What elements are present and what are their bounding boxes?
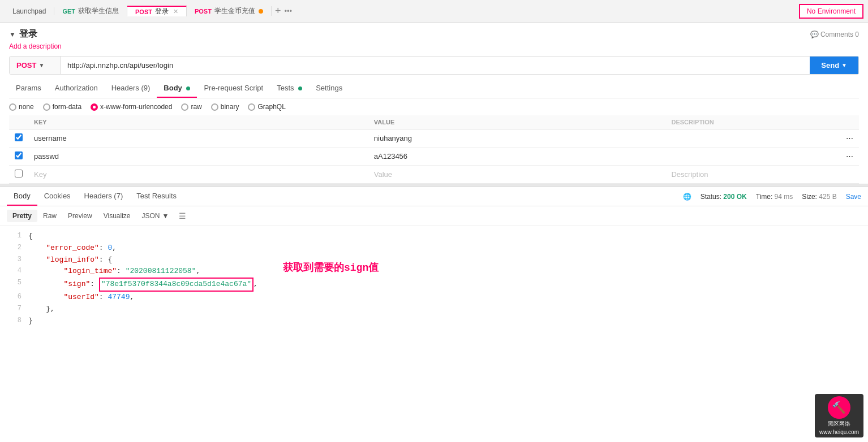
- radio-raw[interactable]: raw: [181, 103, 201, 111]
- req-tab-headers[interactable]: Headers (9): [105, 79, 157, 98]
- radio-label-x-www: x-www-form-urlencoded: [100, 103, 172, 111]
- json-key-login-info: "login_info": [46, 255, 99, 264]
- line-num-6: 6: [5, 292, 22, 304]
- site-logo: 🔨 黑区网络 www.heiqu.com: [815, 394, 863, 437]
- fmt-preview-btn[interactable]: Preview: [62, 210, 98, 222]
- sign-highlight-box: "78e1f5370f8344a8c09cda5d1e4ac67a": [99, 278, 253, 292]
- param-checkbox-passwd[interactable]: [15, 151, 23, 159]
- radio-circle-binary: [211, 103, 218, 111]
- logo-icon: 🔨: [828, 396, 850, 419]
- param-actions-username: ⋯: [840, 129, 859, 148]
- json-line-2: 2 "error_code": 0,: [0, 242, 868, 254]
- method-select[interactable]: POST ▼: [10, 57, 61, 74]
- param-value-empty[interactable]: Value: [368, 166, 666, 184]
- param-desc-empty[interactable]: Description: [665, 166, 840, 184]
- globe-icon: 🌐: [683, 193, 691, 201]
- fmt-raw-btn[interactable]: Raw: [37, 210, 62, 222]
- req-tab-settings[interactable]: Settings: [309, 79, 349, 98]
- response-status-bar: 🌐 Status: 200 OK Time: 94 ms Size: 425 B…: [683, 193, 861, 201]
- send-dropdown-arrow: ▼: [841, 62, 847, 68]
- resp-tab-cookies[interactable]: Cookies: [37, 187, 78, 206]
- param-key-username[interactable]: username: [28, 129, 368, 148]
- save-response-link[interactable]: Save: [846, 193, 861, 201]
- format-type-label: JSON: [142, 212, 160, 220]
- params-table: KEY VALUE DESCRIPTION username niuhanyan…: [9, 115, 859, 184]
- param-actions-empty: [840, 166, 859, 184]
- param-desc-passwd[interactable]: [665, 148, 840, 166]
- tab-more-btn[interactable]: •••: [284, 7, 292, 15]
- url-bar: POST ▼ Send ▼: [9, 56, 859, 75]
- response-section: Body Cookies Headers (7) Test Results 🌐 …: [0, 187, 868, 442]
- method-label: POST: [16, 61, 36, 70]
- main-area: ▼ 登录 💬 Comments 0 Add a description POST…: [0, 23, 868, 442]
- json-line-1: 1 {: [0, 231, 868, 242]
- radio-form-data[interactable]: form-data: [43, 103, 81, 111]
- radio-label-binary: binary: [221, 103, 239, 111]
- collapse-arrow[interactable]: ▼: [9, 31, 16, 38]
- radio-none[interactable]: none: [9, 103, 34, 111]
- line-num-1: 1: [5, 231, 22, 242]
- req-tab-tests[interactable]: Tests: [270, 79, 309, 98]
- time-label: Time: 94 ms: [756, 193, 793, 201]
- req-tab-pre-request[interactable]: Pre-request Script: [197, 79, 270, 98]
- resp-tab-body[interactable]: Body: [7, 187, 37, 206]
- json-content-5: "sign": "78e1f5370f8344a8c09cda5d1e4ac67…: [28, 278, 863, 292]
- tab-launchpad[interactable]: Launchpad: [5, 7, 54, 15]
- close-tab-btn[interactable]: ✕: [173, 8, 178, 15]
- radio-binary[interactable]: binary: [211, 103, 239, 111]
- fmt-pretty-btn[interactable]: Pretty: [7, 210, 37, 222]
- param-value-username[interactable]: niuhanyang: [368, 129, 666, 148]
- resp-tab-test-results[interactable]: Test Results: [130, 187, 183, 206]
- radio-label-form-data: form-data: [53, 103, 81, 111]
- req-tab-body[interactable]: Body: [157, 79, 197, 98]
- param-value-passwd[interactable]: aA123456: [368, 148, 666, 166]
- param-desc-username[interactable]: [665, 129, 840, 148]
- line-num-2: 2: [5, 242, 22, 254]
- radio-label-none: none: [19, 103, 34, 111]
- json-output: 1 { 2 "error_code": 0, 3 "login_info": {…: [0, 226, 868, 442]
- req-tab-authorization[interactable]: Authorization: [48, 79, 105, 98]
- environment-selector[interactable]: No Environment: [799, 4, 863, 19]
- radio-graphql[interactable]: GraphQL: [248, 103, 285, 111]
- param-checkbox-empty[interactable]: [15, 170, 23, 177]
- request-title: ▼ 登录: [9, 28, 37, 40]
- col-desc: DESCRIPTION: [665, 115, 840, 129]
- format-type-select[interactable]: JSON ▼: [136, 210, 175, 222]
- radio-x-www[interactable]: x-www-form-urlencoded: [91, 103, 172, 111]
- send-button[interactable]: Send ▼: [810, 57, 858, 74]
- tab-bar: Launchpad GET 获取学生信息 POST 登录 ✕ POST 学生金币…: [0, 0, 868, 23]
- sign-annotation: 获取到需要的sign值: [283, 260, 379, 276]
- param-key-empty[interactable]: Key: [28, 166, 368, 184]
- col-check: [9, 115, 28, 129]
- tab-post-login[interactable]: POST 登录 ✕: [127, 6, 187, 16]
- json-content-4: "login_time": "20200811122058",: [28, 266, 863, 278]
- tabs-left: Launchpad GET 获取学生信息 POST 登录 ✕ POST 学生金币…: [5, 5, 799, 17]
- title-actions: 💬 Comments 0: [810, 31, 859, 38]
- radio-circle-raw: [181, 103, 188, 111]
- param-key-passwd[interactable]: passwd: [28, 148, 368, 166]
- tab-get-student[interactable]: GET 获取学生信息: [54, 6, 127, 16]
- json-val-userid: 47749: [108, 293, 130, 301]
- title-row: ▼ 登录 💬 Comments 0: [9, 28, 859, 40]
- json-line-4: 4 "login_time": "20200811122058",: [0, 266, 868, 278]
- env-selector-wrapper: No Environment: [799, 4, 863, 19]
- add-description-link[interactable]: Add a description: [9, 42, 859, 50]
- format-icon-btn[interactable]: ☰: [179, 211, 186, 220]
- request-tabs: Params Authorization Headers (9) Body Pr…: [9, 79, 859, 98]
- status-ok: 200 OK: [723, 193, 746, 201]
- comments-label: 💬 Comments 0: [810, 31, 859, 38]
- tab-label: 学生金币充值: [214, 6, 255, 16]
- req-tab-params[interactable]: Params: [9, 79, 48, 98]
- radio-circle-graphql: [248, 103, 255, 111]
- url-input[interactable]: [61, 57, 810, 74]
- param-checkbox-username[interactable]: [15, 133, 23, 141]
- col-actions: [840, 115, 859, 129]
- body-type-row: none form-data x-www-form-urlencoded raw…: [9, 98, 859, 115]
- resp-tab-headers[interactable]: Headers (7): [78, 187, 130, 206]
- tab-post-coins[interactable]: POST 学生金币充值: [187, 6, 272, 16]
- format-bar: Pretty Raw Preview Visualize JSON ▼ ☰: [0, 206, 868, 226]
- add-tab-btn[interactable]: +: [272, 5, 285, 17]
- json-key-userid: "userId": [63, 293, 98, 301]
- json-content-1: {: [28, 231, 863, 242]
- fmt-visualize-btn[interactable]: Visualize: [98, 210, 136, 222]
